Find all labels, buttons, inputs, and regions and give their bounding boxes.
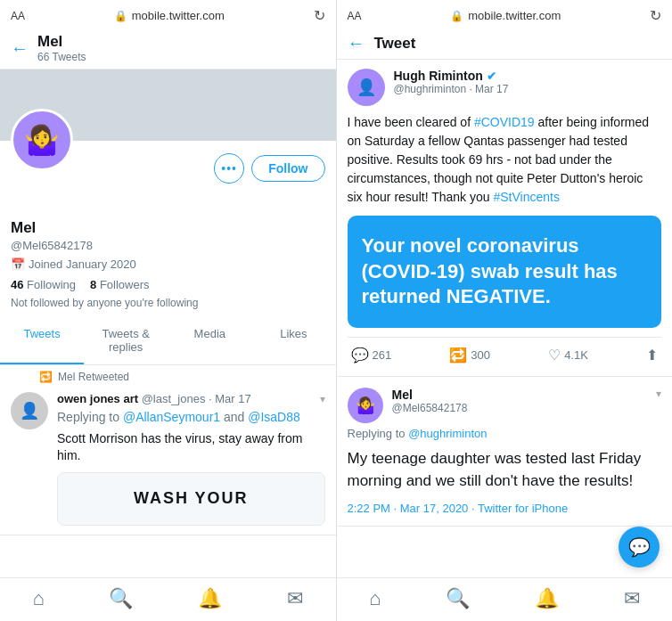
reply-body: My teenage daughter was tested last Frid… [348,447,662,493]
tweet-image: WASH YOUR [57,472,325,526]
replying-to-label: Replying to @hughriminton [348,427,662,440]
reload-left[interactable]: ↻ [314,7,325,24]
tab-tweets-replies[interactable]: Tweets & replies [84,318,168,364]
retweet-action-icon: 🔁 [449,347,467,364]
covid-result-image: Your novel coronavirus (COVID-19) swab r… [348,216,662,328]
tweet-item: 👤 owen jones art @last_jones · Mar 17 ▾ … [0,383,336,535]
bell-icon-left[interactable]: 🔔 [198,587,222,610]
lock-icon-right: 🔒 [450,10,463,22]
left-panel: AA 🔒 mobile.twitter.com ↻ ← Mel 66 Tweet… [0,0,337,621]
compose-fab[interactable]: 💬 [619,527,660,568]
home-icon-left[interactable]: ⌂ [32,587,44,610]
top-bar-left: AA 🔒 mobile.twitter.com ↻ [0,0,336,28]
reply-header: 🤷‍♀️ Mel @Mel65842178 ▾ [348,388,662,423]
share-icon: ⬆ [646,347,658,364]
tweet-replying: Replying to @AllanSeymour1 and @IsaD88 [57,409,325,427]
mail-icon-right[interactable]: ✉ [624,587,640,610]
original-handle: @hughriminton [394,83,467,95]
tab-tweets[interactable]: Tweets [0,318,84,364]
bottom-nav-right: ⌂ 🔍 🔔 ✉ [337,577,673,621]
reply-avatar: 🤷‍♀️ [348,388,383,423]
more-button[interactable]: ••• [214,153,244,184]
nav-title-left: Mel [37,33,86,51]
retweet-count: 300 [471,348,490,362]
original-tweet: 👤 Hugh Riminton ✔ @hughriminton · Mar 17… [337,60,673,377]
profile-avatar: 🤷‍♀️ [11,109,73,171]
reply-handle: @Mel65842178 [392,402,648,414]
search-icon-left[interactable]: 🔍 [109,587,133,610]
bottom-nav-left: ⌂ 🔍 🔔 ✉ [0,577,336,621]
dot-separator: · [471,502,475,515]
tab-likes[interactable]: Likes [251,318,335,364]
reply-author: Mel [392,388,648,402]
home-icon-right[interactable]: ⌂ [369,587,381,610]
original-author: Hugh Riminton [394,69,483,83]
reply-tweet: 🤷‍♀️ Mel @Mel65842178 ▾ Replying to @hug… [337,377,673,527]
reload-right[interactable]: ↻ [650,7,661,24]
tweet-meta: owen jones art @last_jones · Mar 17 ▾ [57,392,325,405]
tweet-source: Twitter for iPhone [478,502,568,515]
reply-count: 261 [373,348,392,362]
tweet-avatar: 👤 [11,392,48,429]
joined-text: Joined January 2020 [29,257,136,271]
url-text-right: mobile.twitter.com [468,9,561,22]
compose-icon: 💬 [628,536,651,558]
calendar-icon: 📅 [11,257,25,271]
reply-icon: 💬 [351,347,369,364]
profile-stats: 46 Following 8 Followers [11,278,325,291]
mention-2: @IsaD88 [248,410,300,424]
retweet-indicator: 🔁 Mel Retweeted [0,365,336,383]
reply-chevron: ▾ [656,388,661,400]
retweet-icon: 🔁 [39,371,53,383]
profile-tabs: Tweets Tweets & replies Media Likes [0,318,336,365]
like-action[interactable]: ♡ 4.1K [548,347,588,364]
nav-title-right: Tweet [374,35,416,53]
reply-meta: Mel @Mel65842178 [392,388,648,414]
back-button-right[interactable]: ← [348,33,365,53]
url-bar-right[interactable]: 🔒 mobile.twitter.com [450,9,561,22]
nav-subtitle-left: 66 Tweets [37,51,86,63]
tweet-body: Scott Morrison has the virus, stay away … [57,430,325,465]
tweet-detail-scroll: 👤 Hugh Riminton ✔ @hughriminton · Mar 17… [337,60,673,577]
lock-icon-left: 🔒 [114,10,127,22]
original-tweet-body: I have been cleared of #COVID19 after be… [348,113,662,207]
following-note: Not followed by anyone you're following [11,297,325,309]
profile-name: Mel [11,219,325,237]
bell-icon-right[interactable]: 🔔 [535,587,559,610]
like-count: 4.1K [564,348,588,362]
replying-to-handle[interactable]: @hughriminton [408,427,487,440]
tweet-author: owen jones art [57,392,138,405]
tweet-date: · Mar 17 [209,392,251,405]
aa-right[interactable]: AA [348,10,362,22]
original-tweet-avatar: 👤 [348,69,385,106]
tweet-actions: 💬 261 🔁 300 ♡ 4.1K ⬆ [348,337,662,367]
hashtag1: #COVID19 [474,115,535,129]
tweet-handle: @last_jones [142,392,206,405]
tweet-content: owen jones art @last_jones · Mar 17 ▾ Re… [57,392,325,526]
nav-bar-right: ← Tweet [337,28,673,60]
tweet-feed: 🔁 Mel Retweeted 👤 owen jones art @last_j… [0,365,336,577]
original-tweet-meta: Hugh Riminton ✔ @hughriminton · Mar 17 [394,69,662,95]
like-icon: ♡ [548,347,561,364]
retweet-action[interactable]: 🔁 300 [449,347,490,364]
aa-left[interactable]: AA [11,10,25,22]
back-button-left[interactable]: ← [11,38,29,59]
follow-button[interactable]: Follow [251,155,324,182]
replying-label: Replying to [57,410,123,424]
search-icon-right[interactable]: 🔍 [446,587,470,610]
original-date: · Mar 17 [469,83,508,95]
hashtag2: #StVincents [493,190,559,204]
reply-action[interactable]: 💬 261 [351,347,392,364]
url-bar-left[interactable]: 🔒 mobile.twitter.com [114,9,225,22]
tab-media[interactable]: Media [168,318,251,364]
share-action[interactable]: ⬆ [646,347,658,364]
mail-icon-left[interactable]: ✉ [287,587,303,610]
mention-1: @AllanSeymour1 [123,410,220,424]
profile-header: 🤷‍♀️ ••• Follow Mel @Mel65842178 📅 Joine… [0,141,336,309]
nav-bar-left: ← Mel 66 Tweets [0,28,336,69]
profile-joined: 📅 Joined January 2020 [11,257,325,271]
right-panel: AA 🔒 mobile.twitter.com ↻ ← Tweet 👤 Hugh… [337,0,673,621]
top-bar-right: AA 🔒 mobile.twitter.com ↻ [337,0,673,28]
following-stat[interactable]: 46 Following [11,278,76,291]
followers-stat[interactable]: 8 Followers [90,278,149,291]
